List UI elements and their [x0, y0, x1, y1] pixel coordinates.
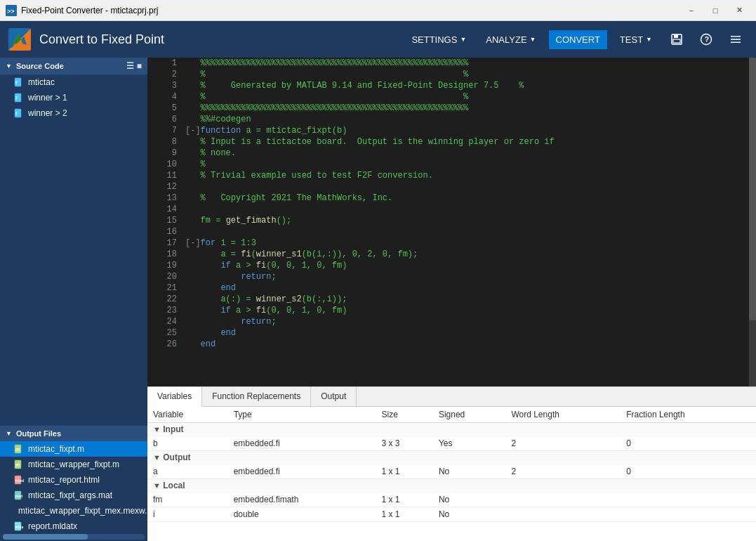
fold-icon [185, 226, 201, 237]
output-section-label: Output Files [16, 429, 61, 438]
code-text: %%%%%%%%%%%%%%%%%%%%%%%%%%%%%%%%%%%%%%%%… [201, 103, 756, 114]
output-item-label: report.mldatx [28, 521, 77, 531]
line-number: 11 [147, 170, 185, 181]
save-button[interactable] [665, 29, 689, 50]
sidebar-hscrollbar[interactable] [3, 534, 145, 540]
code-line: 14 [147, 204, 756, 215]
code-text: a = fi(winner_s1(b(i,:)), 0, 2, 0, fm); [201, 249, 756, 260]
settings-button[interactable]: SETTINGS ▼ [404, 30, 473, 49]
code-text: %%#codegen [201, 114, 756, 125]
code-text [201, 226, 756, 237]
code-line: 1%%%%%%%%%%%%%%%%%%%%%%%%%%%%%%%%%%%%%%%… [147, 58, 756, 69]
code-line: 21 end [147, 282, 756, 294]
analyze-button[interactable]: ANALYZE ▼ [479, 30, 543, 49]
output-item-wrapper[interactable]: m mtictac_wrapper_fixpt.m [0, 457, 147, 472]
var-cell-signed: No [433, 493, 505, 507]
code-line: 25 end [147, 327, 756, 339]
var-cell-variable: i [147, 507, 228, 522]
source-section-label: Source Code [16, 62, 64, 70]
var-row[interactable]: fmembedded.fimath1 x 1No [147, 493, 756, 507]
code-editor[interactable]: 1%%%%%%%%%%%%%%%%%%%%%%%%%%%%%%%%%%%%%%%… [147, 58, 756, 386]
code-line: 3% Generated by MATLAB 9.14 and Fixed-Po… [147, 80, 756, 91]
title-bar: >> Fixed-Point Converter - mtictacprj.pr… [0, 0, 756, 21]
var-cell-word_length [505, 507, 621, 522]
source-item-label: winner > 1 [28, 93, 67, 103]
details-view-icon[interactable]: ■ [137, 61, 142, 71]
code-line: 11% Trivial example used to test F2F con… [147, 170, 756, 181]
tab-function-replacements[interactable]: Function Replacements [202, 387, 311, 406]
fold-icon [185, 148, 201, 159]
output-item-mex[interactable]: mex mtictac_wrapper_fixpt_mex.mexw... [0, 503, 147, 519]
output-item-mldatx[interactable]: mlda report.mldatx [0, 519, 147, 534]
line-number: 25 [147, 327, 185, 339]
var-cell-signed: Yes [433, 436, 505, 451]
maximize-button[interactable]: □ [704, 4, 727, 18]
source-item-winner2[interactable]: f winner > 2 [0, 105, 147, 121]
var-cell-size: 3 x 3 [376, 436, 432, 451]
var-row[interactable]: bembedded.fi3 x 3Yes20 [147, 436, 756, 451]
source-items: f mtictac f winner > 1 f winner > 2 [0, 74, 147, 121]
code-line: 7[-]function a = mtictac_fixpt(b) [147, 125, 756, 136]
var-cell-size: 1 x 1 [376, 493, 432, 507]
line-number: 15 [147, 215, 185, 226]
output-item-mtictac-fixpt[interactable]: m mtictac_fixpt.m [0, 441, 147, 457]
list-view-icon[interactable]: ☰ [126, 61, 134, 71]
help-button[interactable]: ? [694, 29, 718, 50]
var-cell-type: embedded.fi [228, 436, 376, 451]
svg-rect-10 [731, 36, 741, 37]
minimize-button[interactable]: − [680, 4, 703, 18]
code-text: a(:) = winner_s2(b(:,i)); [201, 294, 756, 305]
var-cell-signed: No [433, 464, 505, 479]
fold-icon[interactable]: [-] [185, 125, 201, 136]
output-item-label: mtictac_wrapper_fixpt_mex.mexw... [18, 506, 147, 516]
code-text: if a > fi(0, 0, 1, 0, fm) [201, 260, 756, 271]
menu-button[interactable] [724, 29, 748, 50]
fold-icon [185, 159, 201, 170]
main-layout: ▼ Source Code ☰ ■ f mtictac f winner > [0, 58, 756, 541]
var-row[interactable]: idouble1 x 1No [147, 507, 756, 522]
output-files-section-header[interactable]: ▼ Output Files [0, 426, 147, 441]
app-logo [8, 28, 31, 51]
fold-icon[interactable]: [-] [185, 237, 201, 249]
test-button[interactable]: TEST ▼ [613, 30, 659, 49]
code-text: end [201, 327, 756, 339]
code-vscrollbar[interactable] [749, 58, 756, 386]
variables-panel: Variables Function Replacements Output V… [147, 386, 756, 541]
output-items: m mtictac_fixpt.m m mtictac_wrapper_fixp… [0, 441, 147, 534]
code-line: 15fm = get_fimath(); [147, 215, 756, 226]
var-cell-type: embedded.fimath [228, 493, 376, 507]
code-table: 1%%%%%%%%%%%%%%%%%%%%%%%%%%%%%%%%%%%%%%%… [147, 58, 756, 350]
output-file-icon: html [14, 475, 24, 485]
source-item-label: winner > 2 [28, 108, 67, 118]
svg-rect-6 [674, 34, 678, 38]
code-line: 19 if a > fi(0, 0, 1, 0, fm) [147, 260, 756, 271]
line-number: 2 [147, 69, 185, 80]
close-button[interactable]: ✕ [728, 4, 750, 18]
source-item-label: mtictac [28, 77, 55, 87]
var-cell-word_length [505, 493, 621, 507]
output-item-args[interactable]: mat mtictac_fixpt_args.mat [0, 488, 147, 503]
var-row[interactable]: aembedded.fi1 x 1No20 [147, 464, 756, 479]
var-section-row[interactable]: ▼ Input [147, 423, 756, 436]
convert-button[interactable]: CONVERT [549, 30, 607, 49]
source-item-mtictac[interactable]: f mtictac [0, 74, 147, 90]
var-section-row[interactable]: ▼ Local [147, 479, 756, 493]
code-line: 6%%#codegen [147, 114, 756, 125]
fold-icon [185, 114, 201, 125]
output-item-report[interactable]: html mtictac_report.html [0, 472, 147, 488]
line-number: 19 [147, 260, 185, 271]
svg-text:m: m [15, 462, 20, 467]
tab-output[interactable]: Output [311, 387, 357, 406]
variables-table-wrap[interactable]: Variable Type Size Signed Word Length Fr… [147, 407, 756, 541]
fold-icon [185, 204, 201, 215]
source-item-winner1[interactable]: f winner > 1 [0, 90, 147, 105]
tab-variables[interactable]: Variables [147, 387, 202, 407]
variables-table: Variable Type Size Signed Word Length Fr… [147, 407, 756, 522]
app-title: Convert to Fixed Point [39, 32, 399, 47]
line-number: 22 [147, 294, 185, 305]
source-code-section-header[interactable]: ▼ Source Code ☰ ■ [0, 58, 147, 74]
var-section-row[interactable]: ▼ Output [147, 451, 756, 464]
svg-text:m: m [15, 447, 20, 452]
header-toolbar: Convert to Fixed Point SETTINGS ▼ ANALYZ… [0, 21, 756, 58]
var-tabs: Variables Function Replacements Output [147, 387, 756, 407]
